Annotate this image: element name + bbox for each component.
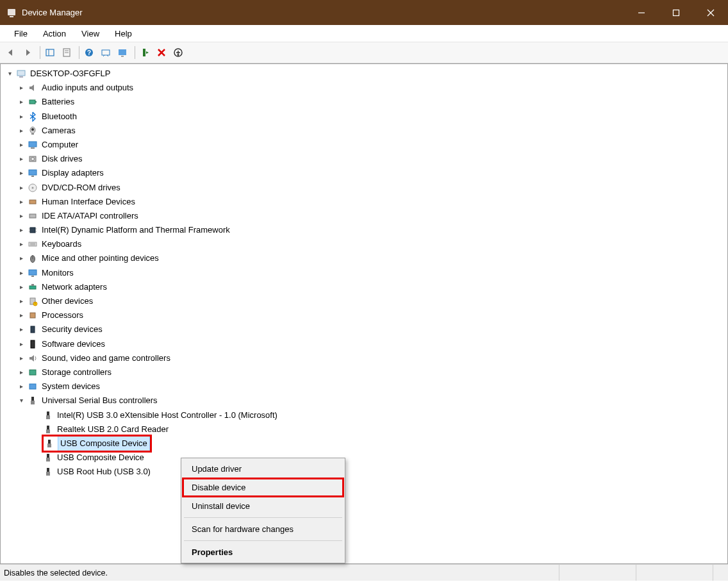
tree-category[interactable]: ▸Computer [6,138,727,152]
usb-icon [43,410,53,420]
chevron-right-icon[interactable]: ▸ [17,212,25,220]
back-button[interactable] [4,46,18,60]
svg-rect-3 [674,10,679,15]
tree-category[interactable]: ▸Human Interface Devices [6,195,727,209]
menu-view[interactable]: View [74,26,107,41]
context-menu-item[interactable]: Disable device [183,478,343,497]
chevron-right-icon[interactable]: ▸ [17,283,25,291]
svg-rect-13 [102,50,110,55]
chevron-right-icon[interactable]: ▸ [17,84,25,92]
svg-point-23 [31,128,34,131]
svg-rect-53 [31,326,35,333]
chevron-right-icon[interactable]: ▸ [17,354,25,362]
enable-device-button[interactable] [138,46,152,60]
chevron-right-icon[interactable]: ▸ [17,383,25,390]
chevron-right-icon[interactable]: ▸ [17,184,25,192]
svg-rect-25 [29,142,37,147]
chevron-right-icon[interactable]: ▸ [17,98,25,106]
tree-category[interactable]: ▸DVD/CD-ROM drives [6,181,727,195]
svg-rect-58 [31,401,35,404]
chevron-right-icon[interactable]: ▸ [17,155,25,163]
tree-category[interactable]: ▸Disk drives [6,152,727,166]
chevron-right-icon[interactable]: ▸ [17,240,25,248]
tree-category[interactable]: ▸Cameras [6,124,727,138]
tree-category-usb[interactable]: ▾ Universal Serial Bus controllers [6,394,727,408]
chevron-right-icon[interactable]: ▸ [17,255,25,263]
svg-text:!: ! [35,302,35,306]
forward-button[interactable] [21,46,35,60]
chevron-right-icon[interactable]: ▸ [17,141,25,149]
context-menu-item[interactable]: Update driver [183,460,343,478]
tree-category[interactable]: ▸Bluetooth [6,110,727,124]
chevron-right-icon[interactable]: ▸ [17,127,25,135]
update-driver-button[interactable] [115,46,129,60]
chevron-right-icon[interactable]: ▸ [17,312,25,319]
chevron-right-icon[interactable]: ▸ [17,113,25,121]
tree-category[interactable]: ▸Keyboards [6,237,727,251]
tree-category[interactable]: ▸IDE ATA/ATAPI controllers [6,209,727,223]
menu-action[interactable]: Action [35,26,74,41]
chevron-right-icon[interactable]: ▸ [17,198,25,206]
chevron-right-icon[interactable]: ▸ [17,297,25,305]
tree-category[interactable]: ▸Mice and other pointing devices [6,251,727,265]
disable-device-button[interactable] [171,46,185,60]
svg-rect-45 [29,270,37,275]
statusbar: Disables the selected device. [0,564,728,581]
tree-category[interactable]: ▸Network adapters [6,280,727,294]
chevron-right-icon[interactable]: ▸ [17,226,25,234]
toolbar: ? [0,42,728,63]
tree-category[interactable]: ▸Software devices [6,337,727,351]
context-menu-item[interactable]: Uninstall device [183,497,343,515]
tree-category[interactable]: ▸Audio inputs and outputs [6,81,727,95]
tree-category[interactable]: ▸Intel(R) Dynamic Platform and Thermal F… [6,223,727,237]
context-menu-item[interactable]: Scan for hardware changes [183,520,343,538]
chevron-down-icon[interactable]: ▾ [6,70,13,78]
tree-category[interactable]: ▸Monitors [6,266,727,280]
svg-rect-29 [29,170,37,175]
tree-device[interactable]: Realtek USB 2.0 Card Reader [6,422,727,436]
svg-rect-48 [31,284,34,286]
chevron-right-icon[interactable]: ▸ [17,269,25,277]
tree-category-label: Cameras [42,124,76,138]
tree-category-label: Disk drives [42,152,83,166]
properties-button[interactable] [60,46,74,60]
tree-device[interactable]: USB Composite Device [6,451,727,465]
chevron-right-icon[interactable]: ▸ [17,340,25,348]
show-hide-tree-button[interactable] [43,46,57,60]
device-tree-panel[interactable]: ▾ DESKTOP-O3FGFLP ▸Audio inputs and outp… [0,63,728,564]
tree-category-label: Keyboards [42,237,81,251]
menu-help[interactable]: Help [107,26,140,41]
chevron-right-icon[interactable]: ▸ [17,169,25,177]
help-button[interactable]: ? [82,46,96,60]
menu-file[interactable]: File [6,26,35,41]
ide-icon [28,211,38,221]
software-icon [28,339,38,349]
tree-device[interactable]: USB Composite Device [6,436,727,451]
uninstall-device-button[interactable] [154,46,169,60]
tree-category[interactable]: ▸Security devices [6,322,727,337]
tree-device[interactable]: USB Root Hub (USB 3.0) [6,465,727,479]
tree-category[interactable]: ▸Sound, video and game controllers [6,351,727,365]
scan-hardware-button[interactable] [99,46,113,60]
chevron-down-icon[interactable]: ▾ [17,397,25,404]
maximize-button[interactable] [659,0,693,25]
tree-root-node[interactable]: ▾ DESKTOP-O3FGFLP [6,67,727,81]
tree-device[interactable]: Intel(R) USB 3.0 eXtensible Host Control… [6,408,727,422]
tree-category[interactable]: ▸System devices [6,379,727,394]
tree-category[interactable]: ▸Storage controllers [6,365,727,379]
svg-rect-40 [29,242,37,246]
tree-category[interactable]: ▸!Other devices [6,294,727,308]
context-menu-item[interactable]: Properties [183,543,343,561]
chevron-right-icon[interactable]: ▸ [17,369,25,376]
tree-category[interactable]: ▸Display adapters [6,166,727,180]
close-button[interactable] [693,0,728,25]
usb-icon [43,467,53,477]
chevron-right-icon[interactable]: ▸ [17,326,25,333]
statusbar-grip[interactable] [713,565,728,581]
tree-category[interactable]: ▸Batteries [6,95,727,109]
minimize-button[interactable] [624,0,659,25]
svg-point-28 [31,158,35,161]
tree-category[interactable]: ▸Processors [6,308,727,322]
cd-icon [28,183,38,193]
tree-category-label: Other devices [42,294,93,308]
